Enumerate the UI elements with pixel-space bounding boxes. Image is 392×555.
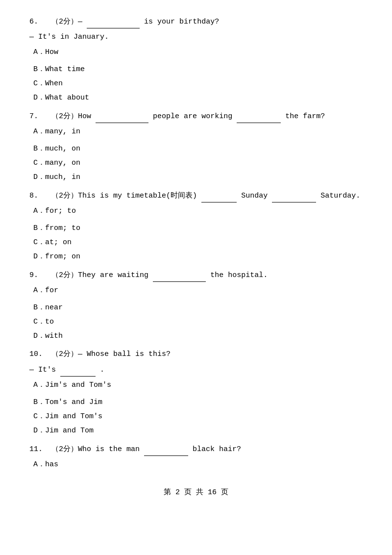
q11-text: 11. （2分）Who is the man black hair?: [29, 442, 363, 456]
q6-optB: B．What time: [29, 63, 363, 76]
footer-text: 第 2 页 共 16 页: [164, 488, 228, 497]
q10-optB: B．Tom's and Jim: [29, 396, 363, 409]
q6-mark: （2分）—: [51, 18, 82, 26]
q8-optC: C．at; on: [29, 236, 363, 249]
q10-optA: A．Jim's and Tom's: [29, 378, 363, 392]
q6-optA: A．How: [29, 46, 363, 59]
q8-rest: Saturday.: [320, 192, 360, 200]
q7-text: 7. （2分）How people are working the farm?: [29, 109, 363, 123]
question-6: 6. （2分）— is your birthday? — It's in Jan…: [29, 15, 363, 104]
q8-text: 8. （2分）This is my timetable(时间表) Sunday …: [29, 189, 363, 202]
q8-blank2: [272, 189, 316, 202]
q8-number: 8.: [29, 192, 47, 200]
question-10: 10. （2分）— Whose ball is this? — It's . A…: [29, 348, 363, 437]
q9-blank1: [153, 268, 206, 282]
q10-optC: C．Jim and Tom's: [29, 410, 363, 423]
q8-optB: B．from; to: [29, 222, 363, 235]
q7-number: 7.: [29, 112, 47, 121]
q7-blank2: [237, 109, 281, 123]
q6-rest: is your birthday?: [144, 18, 219, 26]
q7-optC: C．many, on: [29, 156, 363, 170]
q10-optD: D．Jim and Tom: [29, 424, 363, 437]
q7-rest: the farm?: [285, 112, 325, 121]
q9-optD: D．with: [29, 329, 363, 343]
question-9: 9. （2分）They are waiting the hospital. A．…: [29, 268, 363, 343]
q8-blank1: [201, 189, 237, 202]
q10-mark: （2分）— Whose ball is this?: [51, 350, 171, 358]
q6-optC: C．When: [29, 77, 363, 90]
q11-optA: A．has: [29, 458, 363, 471]
q8-mid: Sunday: [241, 192, 268, 200]
question-8: 8. （2分）This is my timetable(时间表) Sunday …: [29, 189, 363, 263]
q11-mark: （2分）Who is the man: [51, 445, 140, 454]
q7-optA: A．many, in: [29, 125, 363, 138]
q6-number: 6.: [29, 18, 47, 26]
q8-optA: A．for; to: [29, 204, 363, 218]
q10-blank1: [60, 363, 96, 377]
question-11: 11. （2分）Who is the man black hair? A．has: [29, 442, 363, 471]
q6-optD: D．What about: [29, 91, 363, 104]
q7-optD: D．much, in: [29, 171, 363, 184]
q7-optB: B．much, on: [29, 142, 363, 155]
q7-blank1: [96, 109, 148, 123]
q10-text: 10. （2分）— Whose ball is this?: [29, 348, 363, 361]
q6-text: 6. （2分）— is your birthday?: [29, 15, 363, 28]
q7-mid: people are working: [153, 112, 232, 121]
q9-rest: the hospital.: [210, 271, 268, 279]
q9-optC: C．to: [29, 315, 363, 328]
question-7: 7. （2分）How people are working the farm? …: [29, 109, 363, 184]
q6-blank1: [87, 15, 140, 28]
q9-text: 9. （2分）They are waiting the hospital.: [29, 268, 363, 282]
q7-mark: （2分）How: [51, 112, 91, 121]
q10-sub: — It's .: [29, 363, 363, 377]
q9-mark: （2分）They are waiting: [51, 271, 148, 279]
page-footer: 第 2 页 共 16 页: [29, 486, 363, 499]
q8-mark: （2分）This is my timetable(时间表): [51, 192, 197, 200]
q11-rest: black hair?: [193, 445, 241, 454]
q9-optB: B．near: [29, 301, 363, 314]
q11-blank1: [144, 442, 188, 456]
q9-optA: A．for: [29, 284, 363, 297]
q10-number: 10.: [29, 350, 47, 358]
q11-number: 11.: [29, 445, 47, 454]
q8-optD: D．from; on: [29, 250, 363, 263]
q9-number: 9.: [29, 271, 47, 279]
q6-sub: — It's in January.: [29, 30, 363, 44]
